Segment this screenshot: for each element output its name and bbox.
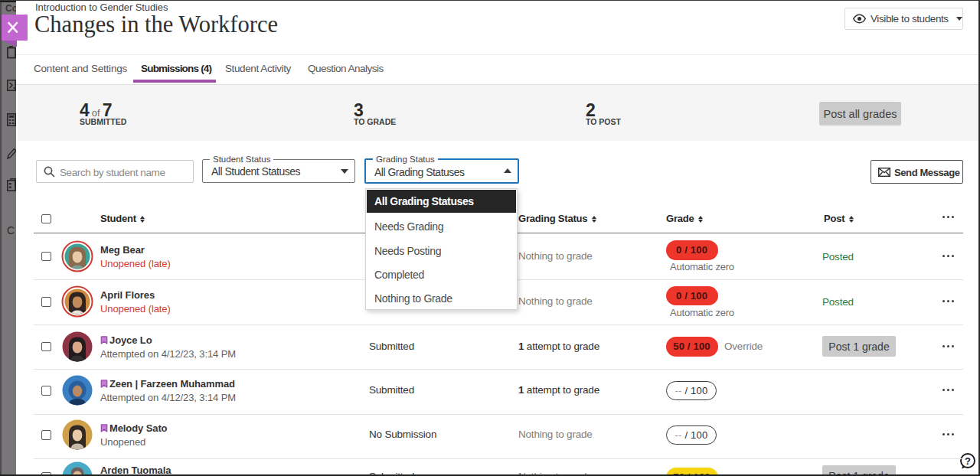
svg-text:?: ? (965, 455, 971, 467)
